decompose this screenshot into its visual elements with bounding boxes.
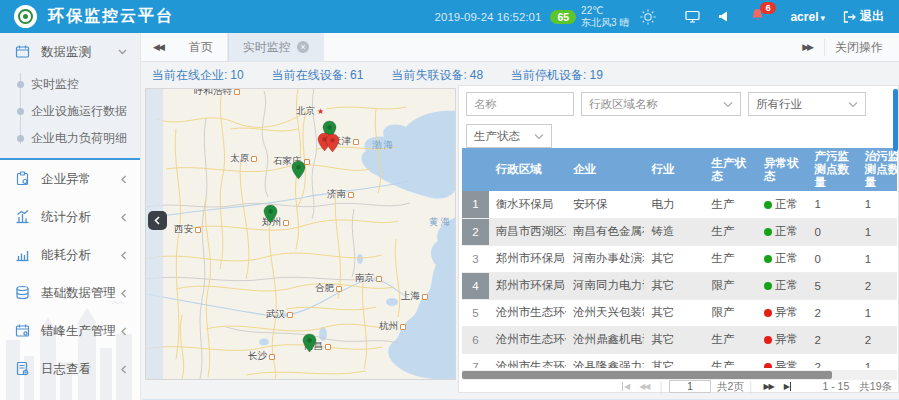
table-horizontal-scrollbar[interactable]: [462, 370, 897, 380]
table-header-row: 行政区域企业行业生产状态异常状态产污监测点数量治污监测点数量监测点运行数量: [462, 148, 897, 191]
sea-label: 黄海: [429, 216, 452, 229]
tab-0[interactable]: 首页: [175, 33, 228, 61]
production-status-cell: 限产: [704, 272, 757, 299]
status-item-0: 当前在线企业:10: [152, 67, 244, 85]
user-menu[interactable]: acrel▾: [790, 10, 825, 24]
abnormal-status-cell: 正常: [757, 218, 807, 245]
industry-filter-select[interactable]: 所有行业: [748, 92, 866, 116]
city-name: 杭州: [379, 320, 398, 333]
speaker-icon[interactable]: [718, 11, 729, 22]
sidebar-subitem-0[interactable]: 实时监控: [0, 71, 140, 98]
city-label: 武汉: [266, 308, 293, 321]
notification-count-badge: 6: [760, 2, 775, 14]
tab-1[interactable]: 实时监控×: [228, 33, 324, 61]
main-area: ◀◀ 首页实时监控× ▶▶ 关闭操作 当前在线企业:10当前在线设备:61当前失…: [141, 33, 899, 400]
map-collapse-button[interactable]: [148, 211, 167, 230]
region-filter-select[interactable]: 行政区域名称: [581, 92, 741, 116]
sidebar-subitem-2[interactable]: 企业电力负荷明细: [0, 125, 140, 152]
column-header-1[interactable]: 企业: [566, 148, 644, 191]
enterprise-pin-red[interactable]: [325, 133, 340, 156]
close-icon[interactable]: ×: [297, 41, 309, 53]
table-row[interactable]: 3郑州市环保局河南办事处演示其它生产正常010: [462, 245, 897, 272]
last-page-button[interactable]: ▶: [784, 382, 791, 391]
column-header-3[interactable]: 生产状态: [704, 148, 757, 191]
datetime: 2019-09-24 16:52:01: [435, 11, 542, 23]
column-header-0[interactable]: 行政区域: [489, 148, 566, 191]
pagination-bar: ◀ ◀◀ │ 共2页 │ ▶▶ ▶ 1 - 15 共19条: [462, 380, 892, 393]
chevron-down-icon: [534, 133, 544, 140]
status-text: 正常: [775, 279, 798, 291]
city-label: 济南: [327, 188, 354, 201]
chevron-left-icon: [121, 365, 127, 374]
app-title: 环保监控云平台: [48, 6, 174, 27]
table-row[interactable]: 1衡水环保局安环保电力生产正常110: [462, 191, 897, 218]
region-cell: 沧州市生态环保局: [489, 326, 566, 353]
sidebar-subitem-label: 企业电力负荷明细: [31, 130, 127, 147]
content-area: 当前在线企业:10当前在线设备:61当前失联设备:48当前停机设备:19: [141, 62, 899, 400]
notifications-button[interactable]: 6: [751, 8, 764, 25]
city-name: 呼和浩特: [194, 88, 232, 98]
production-status-filter-select[interactable]: 生产状态: [466, 124, 552, 148]
logout-button[interactable]: 退出: [843, 8, 884, 25]
sidebar-subitem-1[interactable]: 企业设施运行数据: [0, 98, 140, 125]
sidebar-item-1[interactable]: 企业异常: [0, 160, 140, 198]
sidebar-group: 错峰生产管理: [0, 312, 140, 350]
panel-vertical-scrollbar[interactable]: [893, 89, 898, 151]
sidebar-item-6[interactable]: 日志查看: [0, 350, 140, 388]
sidebar-item-5[interactable]: 错峰生产管理: [0, 312, 140, 350]
map-panel[interactable]: 渤海黄海呼和浩特北京★天津太原石家庄济南西安郑州南京合肥上海武汉杭州南昌长沙: [145, 88, 456, 380]
sidebar-group: 基础数据管理: [0, 274, 140, 312]
abnormal-status-cell: 异常: [757, 326, 807, 353]
table-row[interactable]: 6沧州市生态环保局沧州鼎鑫机电设备其它生产异常224: [462, 326, 897, 353]
sidebar-group: 统计分析: [0, 198, 140, 236]
company-cell: 河南同力电力设计院: [566, 272, 644, 299]
tabs-scroll-right-button[interactable]: ▶▶: [790, 42, 824, 52]
sidebar-item-3[interactable]: 能耗分析: [0, 236, 140, 274]
prev-page-button[interactable]: ◀◀: [639, 382, 649, 391]
row-number-cell: 7: [462, 353, 489, 368]
pollution-points-cell: 2: [807, 353, 857, 368]
chevron-left-icon: [153, 216, 162, 225]
company-cell: 南昌有色金属有限公司: [566, 218, 644, 245]
industry-cell: 其它: [644, 353, 704, 368]
city-label: 太原: [230, 152, 257, 165]
next-page-button[interactable]: ▶▶: [763, 382, 773, 391]
column-header-5[interactable]: 产污监测点数量: [807, 148, 857, 191]
table-row[interactable]: 7沧州市生态环保局沧县隆鑫强力加工其它生产异常210: [462, 353, 897, 368]
enterprise-pin-green[interactable]: [302, 333, 317, 356]
column-header-2[interactable]: 行业: [644, 148, 704, 191]
column-header-6[interactable]: 治污监测点数量: [858, 148, 897, 191]
close-operations-menu[interactable]: 关闭操作: [824, 39, 899, 56]
sidebar-group: 数据监测实时监控企业设施运行数据企业电力负荷明细: [0, 33, 140, 160]
column-header-4[interactable]: 异常状态: [757, 148, 807, 191]
city-name: 西安: [174, 223, 193, 236]
aqi-badge: 65: [550, 10, 576, 24]
city-marker-icon: [283, 220, 289, 226]
city-label: 杭州: [379, 320, 406, 333]
chevron-left-icon: [121, 251, 127, 260]
sidebar-item-2[interactable]: 统计分析: [0, 198, 140, 236]
monitor-icon[interactable]: [685, 10, 700, 23]
name-filter-input[interactable]: [466, 92, 574, 116]
enterprise-pin-green[interactable]: [263, 204, 278, 227]
sidebar-item-label: 统计分析: [41, 209, 91, 226]
page-number-input[interactable]: [669, 380, 711, 393]
city-name: 上海: [401, 290, 420, 303]
chevron-left-icon: [121, 289, 127, 298]
industry-cell: 铸造: [644, 218, 704, 245]
sidebar-item-0[interactable]: 数据监测: [0, 33, 140, 71]
table-row[interactable]: 2南昌市西湖区环保局南昌有色金属有限公司铸造生产正常010: [462, 218, 897, 245]
weather-text: 东北风3 晴: [581, 17, 629, 28]
status-dot-icon: [764, 363, 772, 368]
table-row[interactable]: 4郑州市环保局河南同力电力设计院其它限产正常525: [462, 272, 897, 299]
table-row[interactable]: 5沧州市生态环保局沧州天兴包装制品其它限产异常213: [462, 299, 897, 326]
enterprise-pin-green[interactable]: [291, 160, 306, 183]
weather-info: 22℃ 东北风3 晴: [581, 5, 629, 29]
sidebar-item-4[interactable]: 基础数据管理: [0, 274, 140, 312]
first-page-button[interactable]: ◀: [622, 382, 629, 391]
chevron-left-icon: [121, 213, 127, 222]
abnormal-status-cell: 正常: [757, 272, 807, 299]
treatment-points-cell: 2: [858, 326, 897, 353]
tabs-scroll-left-button[interactable]: ◀◀: [141, 42, 175, 52]
bar-chart-icon: [15, 209, 31, 225]
